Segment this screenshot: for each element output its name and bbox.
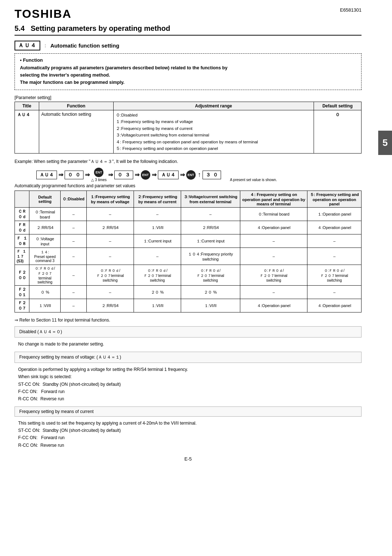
fcol1-f117: – xyxy=(86,248,134,265)
fcol1-f207: ２:RR/S4 xyxy=(86,299,134,312)
fcol1-f200: ０:ＦＲ０ｄ/Ｆ２０７terminalswitching xyxy=(86,265,134,286)
current-box-title: Frequency setting by means of current xyxy=(19,409,94,414)
fname-f207: Ｆ２０７ xyxy=(15,299,29,312)
section-number: 5.4 xyxy=(15,24,25,32)
au4-header: ＡＵ４ : Automatic function setting xyxy=(15,41,362,50)
col-title: Title xyxy=(15,102,39,110)
fname-f108: Ｆ １０８ xyxy=(15,234,29,248)
param-function: Automatic function setting xyxy=(39,110,113,154)
diag-step1: ＡＵ４ xyxy=(36,171,57,179)
fcol2-f200: ０:ＦＲ０ｄ/Ｆ２０７terminalswitching xyxy=(134,265,181,286)
current-box: Frequency setting by means of current xyxy=(15,406,362,417)
fth-default: Defaultsetting xyxy=(29,191,61,208)
fth-disabled: ０:Disabled xyxy=(61,191,87,208)
fcol1-f201: – xyxy=(86,286,134,299)
function-line1: Automatically programs all parameters (p… xyxy=(20,65,228,70)
voltage-box: Frequency setting by means of voltage: (… xyxy=(15,352,362,363)
arrow5: ⇒ xyxy=(152,171,156,178)
fcol4-f201: – xyxy=(240,286,307,299)
fcol5-f201: – xyxy=(307,286,362,299)
up-arrow: ↑ xyxy=(198,171,201,179)
example-text: Example: When setting the parameter "ＡＵ４… xyxy=(15,159,362,165)
fcol4-f200: ０:ＦＲ０ｄ/Ｆ２０７terminalswitching xyxy=(240,265,307,286)
diag-step2: ０ ０ xyxy=(65,171,83,179)
three-times-label: △ 3 times xyxy=(91,178,107,182)
fcol2-f117: – xyxy=(134,248,181,265)
fcol3-crod: – xyxy=(181,208,240,221)
parameter-table: Title Function Adjustment range Default … xyxy=(15,102,362,154)
fname-frod: ＦＲ０ｄ xyxy=(15,221,29,234)
fcol5-crod: １:Operation panel xyxy=(307,208,362,221)
frow-crod: ＣＲ０ｄ ０:Terminal board – – – – ０:Terminal… xyxy=(15,208,362,221)
refer-note: ⇒ Refer to Section 11 for input terminal… xyxy=(15,318,362,323)
section-title: 5.4 Setting parameters by operating meth… xyxy=(15,24,362,36)
section-heading: Setting parameters by operating method xyxy=(30,24,170,32)
fdefault-crod: ０:Terminal board xyxy=(29,208,61,221)
fcol3-frod: ２:RR/S4 xyxy=(181,221,240,234)
voltage-line4: R-CC ON: Reverse run xyxy=(18,395,362,402)
fcol1-f108: – xyxy=(86,234,134,248)
param-setting-label: [Parameter setting] xyxy=(15,95,362,100)
frow-f201: Ｆ２０１ ０ % – – ２０ % ２０ % – – xyxy=(15,286,362,299)
frow-f207: Ｆ２０７ １:VI/II – ２:RR/S4 １:VI/II １:VI/II ４… xyxy=(15,299,362,312)
voltage-line1: When sink logic is selected: xyxy=(18,373,362,380)
frow-f200: Ｆ２００ ０:ＦＲ０ｄ/Ｆ２０７terminalswitching – ０:ＦＲ… xyxy=(15,265,362,286)
current-line0: This setting is used to set the frequenc… xyxy=(18,420,362,427)
page-header: TOSHIBA E6581301 xyxy=(15,7,362,21)
fcol2-f207: １:VI/II xyxy=(134,299,181,312)
fcol5-f200: ０:ＦＲ０ｄ/Ｆ２０７terminalswitching xyxy=(307,265,362,286)
toshiba-logo: TOSHIBA xyxy=(15,7,72,21)
voltage-line2: ST-CC ON: Standby (ON (short-circuited) … xyxy=(18,381,362,388)
fcol2-crod: – xyxy=(134,208,181,221)
table-row: ＡＵ４ Automatic function setting ０:Disable… xyxy=(15,110,362,154)
function-description-box: • Function Automatically programs all pa… xyxy=(15,53,362,90)
current-line1: ST-CC ON: Standby (ON (short-circuited) … xyxy=(18,427,362,434)
doc-number: E6581301 xyxy=(340,7,362,13)
fcol4-f207: ４:Operation panel xyxy=(240,299,307,312)
fth-panel-all: ５: Frequency setting and operation on op… xyxy=(307,191,362,208)
fcol4-frod: ４:Operation panel xyxy=(240,221,307,234)
disabled-box: Disabled (ＡＵ４＝０) xyxy=(15,326,362,338)
fcol0-crod: – xyxy=(61,208,87,221)
fcol3-f200: ０:ＦＲ０ｄ/Ｆ２０７terminalswitching xyxy=(181,265,240,286)
ent-button-3: ENT xyxy=(186,170,196,180)
frow-f108: Ｆ １０８ ０:Voltage input – – １:Current inpu… xyxy=(15,234,362,248)
sidebar-number: 5 xyxy=(378,131,392,155)
disabled-box-title: Disabled (ＡＵ４＝０) xyxy=(19,329,62,334)
fcol3-f117: １０４:Frequency priority switching xyxy=(181,248,240,265)
fcol4-f117: – xyxy=(240,248,307,265)
arrow1: ⇒ xyxy=(58,171,63,178)
param-adjustment: ０:Disabled １:Frequency setting by means … xyxy=(113,110,314,154)
ent-button-2: ENT xyxy=(141,170,150,180)
col-function: Function xyxy=(39,102,113,110)
current-line3: R-CC ON: Reverse run xyxy=(18,442,362,449)
arrow3: ⇒ xyxy=(108,171,113,178)
fdefault-f108: ０:Voltage input xyxy=(29,234,61,248)
current-text: This setting is used to set the frequenc… xyxy=(15,420,362,449)
voltage-box-title: Frequency setting by means of voltage: (… xyxy=(19,355,121,360)
fname-f117: Ｆ １１７(S3) xyxy=(15,248,29,265)
auto-prog-note: Automatically programmed functions and p… xyxy=(15,183,362,188)
au4-function-label: Automatic function setting xyxy=(50,42,119,49)
fcol3-f201: ２０ % xyxy=(181,286,240,299)
page-footer: E-5 xyxy=(15,456,362,462)
fcol1-crod: – xyxy=(86,208,134,221)
present-value-note: A present set value is shown. xyxy=(230,178,277,182)
fcol1-frod: ２:RR/S4 xyxy=(86,221,134,234)
au4-badge: ＡＵ４ xyxy=(15,41,40,50)
fcol2-f201: ２０ % xyxy=(134,286,181,299)
fcol4-f108: – xyxy=(240,234,307,248)
fdefault-frod: ２:RR/S4 xyxy=(29,221,61,234)
voltage-text: Operation is performed by applying a vol… xyxy=(15,366,362,403)
diag-step3: ０ ３ xyxy=(114,171,133,179)
fth-panel-op: ４: Frequency setting on operation panel … xyxy=(240,191,307,208)
fcol0-f201: – xyxy=(61,286,87,299)
voltage-line3: F-CC ON: Forward run xyxy=(18,388,362,395)
fcol3-f108: １:Current input xyxy=(181,234,240,248)
diag-step4: ＡＵ４ xyxy=(158,171,179,179)
function-box-title: • Function xyxy=(20,57,356,63)
fcol0-frod: – xyxy=(61,221,87,234)
fcol0-f200: – xyxy=(61,265,87,286)
col-adjustment: Adjustment range xyxy=(113,102,314,110)
diag-step5: ３ ０ xyxy=(203,171,221,179)
